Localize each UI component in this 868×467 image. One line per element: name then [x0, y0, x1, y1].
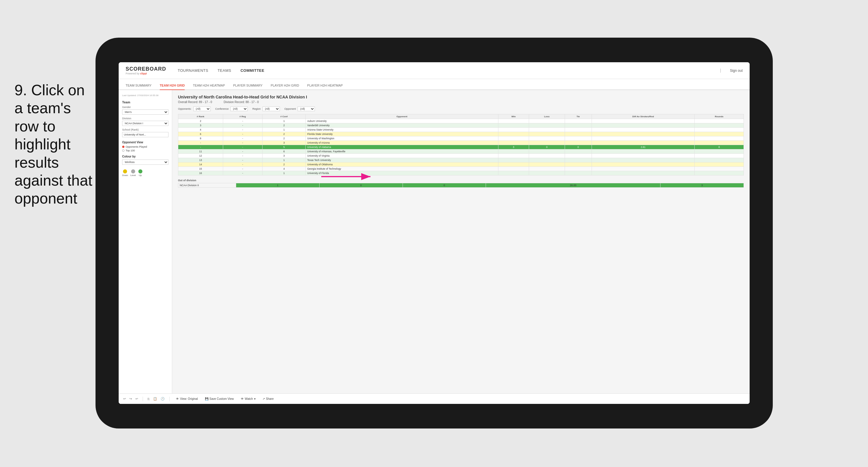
rounds-cell: [694, 128, 744, 132]
legend-up: Up: [138, 169, 143, 177]
legend-dot-up: [138, 169, 143, 173]
rounds-cell: 8: [694, 145, 744, 149]
division-select[interactable]: NCAA Division I: [122, 121, 168, 126]
top100-radio[interactable]: [122, 149, 124, 152]
win-cell: [498, 154, 529, 158]
conf-cell: 6: [262, 149, 306, 154]
share-btn[interactable]: ↗ Share: [261, 397, 276, 401]
nav-divider: [720, 68, 721, 73]
region-filter-select[interactable]: (All): [262, 107, 280, 111]
logo-area: SCOREBOARD Powered by clippi: [126, 66, 166, 75]
subnav-player-h2h-grid[interactable]: PLAYER H2H GRID: [271, 84, 299, 90]
watch-btn[interactable]: 👁 Watch ▾: [239, 397, 257, 401]
table-row[interactable]: 4-1Arizona State University: [178, 128, 744, 132]
tie-cell: [565, 119, 592, 123]
win-cell: [498, 163, 529, 167]
opponent-cell: Georgia Institute of Technology: [306, 167, 498, 171]
conf-cell: 2: [262, 136, 306, 141]
table-row[interactable]: 3-2Vanderbilt University: [178, 123, 744, 128]
opponent-cell: University of Alabama: [306, 145, 498, 149]
view-original-btn[interactable]: 👁 View: Original: [174, 397, 200, 401]
win-cell: [498, 149, 529, 154]
conference-filter-select[interactable]: (All): [230, 107, 248, 111]
out-div-loss: 0: [319, 183, 403, 187]
subnav-team-summary[interactable]: TEAM SUMMARY: [126, 84, 152, 90]
table-row[interactable]: 8-2University of Washington: [178, 136, 744, 141]
division-label: Division: [122, 117, 168, 120]
table-row[interactable]: --5University of Alabama3002.618: [178, 145, 744, 149]
conf-cell: 5: [262, 145, 306, 149]
opponents-played-radio[interactable]: [122, 146, 124, 148]
save-custom-view-btn[interactable]: 💾 Save Custom View: [203, 397, 236, 401]
rounds-cell: [694, 119, 744, 123]
sign-out-link[interactable]: Sign out: [730, 68, 743, 73]
opponents-filter-label: Opponents:: [178, 108, 192, 110]
conference-filter-label: Conference: [215, 108, 229, 110]
rounds-cell: [694, 132, 744, 136]
diff-cell: [592, 132, 694, 136]
out-div-diff: 26.00: [486, 183, 660, 187]
reg-cell: -: [223, 132, 262, 136]
subnav-team-h2h-heatmap[interactable]: TEAM H2H HEATMAP: [193, 84, 225, 90]
tie-cell: [565, 128, 592, 132]
tablet-screen: SCOREBOARD Powered by clippi TOURNAMENTS…: [119, 62, 750, 404]
nav-teams[interactable]: TEAMS: [218, 68, 231, 73]
table-row[interactable]: 6-2Florida State University: [178, 132, 744, 136]
opponents-filter-select[interactable]: (All): [193, 107, 211, 111]
col-rounds: Rounds: [694, 114, 744, 119]
nav-tournaments[interactable]: TOURNAMENTS: [178, 68, 208, 73]
subnav-team-h2h-grid[interactable]: TEAM H2H GRID: [160, 84, 185, 90]
h2h-table: # Rank # Reg # Conf Opponent Win Loss Ti…: [178, 114, 744, 175]
loss-cell: [529, 119, 565, 123]
win-cell: [498, 136, 529, 141]
table-row[interactable]: 11-6University of Arkansas, Fayetteville: [178, 149, 744, 154]
rounds-cell: [694, 123, 744, 128]
opponent-filter-select[interactable]: (All): [298, 107, 315, 111]
opponent-cell: University of Arkansas, Fayetteville: [306, 149, 498, 154]
win-cell: 3: [498, 145, 529, 149]
table-row[interactable]: 15-4Georgia Institute of Technology: [178, 167, 744, 171]
loss-cell: [529, 158, 565, 163]
reg-cell: -: [223, 128, 262, 132]
col-diff: Diff Av Strokes/Rnd: [592, 114, 694, 119]
gender-select[interactable]: Men's: [122, 110, 168, 115]
legend-level: Level: [130, 169, 136, 177]
legend-dot-down: [123, 169, 127, 173]
tie-cell: 0: [565, 145, 592, 149]
region-filter: Region (All): [252, 107, 280, 111]
tie-cell: [565, 123, 592, 128]
legend-label-down: Down: [122, 174, 128, 177]
conf-cell: 2: [262, 132, 306, 136]
col-loss: Loss: [529, 114, 565, 119]
diff-cell: [592, 123, 694, 128]
share-icon: ↗: [262, 397, 265, 401]
nav-committee[interactable]: COMMITTEE: [241, 68, 265, 73]
tie-cell: [565, 158, 592, 163]
diff-cell: [592, 149, 694, 154]
col-tie: Tie: [565, 114, 592, 119]
col-opponent: Opponent: [306, 114, 498, 119]
table-row[interactable]: 16-1University of Florida: [178, 171, 744, 175]
table-row[interactable]: 12-3University of Virginia: [178, 154, 744, 158]
table-row[interactable]: 13-1Texas Tech University: [178, 158, 744, 163]
subnav-player-h2h-heatmap[interactable]: PLAYER H2H HEATMAP: [307, 84, 343, 90]
grid-title: University of North Carolina Head-to-Hea…: [178, 95, 744, 99]
rounds-cell: [694, 171, 744, 175]
top100-label: Top 100: [126, 149, 135, 152]
table-row[interactable]: 2-1Auburn University: [178, 119, 744, 123]
colour-by-select[interactable]: Win/loss: [122, 159, 168, 165]
out-div-row[interactable]: NCAA Division II 1 0 0 26.00 3: [178, 183, 744, 187]
reg-cell: -: [223, 123, 262, 128]
conf-cell: 1: [262, 158, 306, 163]
reg-cell: -: [223, 136, 262, 141]
nav-links: TOURNAMENTS TEAMS COMMITTEE: [178, 68, 264, 73]
opponents-played-option[interactable]: Opponents Played: [122, 145, 168, 148]
loss-cell: [529, 167, 565, 171]
table-row[interactable]: --3University of Arizona: [178, 141, 744, 145]
top100-option[interactable]: Top 100: [122, 149, 168, 152]
subnav-player-summary[interactable]: PLAYER SUMMARY: [233, 84, 262, 90]
reg-cell: -: [223, 158, 262, 163]
logo-powered: Powered by clippi: [126, 72, 166, 75]
reg-cell: -: [223, 171, 262, 175]
table-row[interactable]: 14-2University of Oklahoma: [178, 163, 744, 167]
